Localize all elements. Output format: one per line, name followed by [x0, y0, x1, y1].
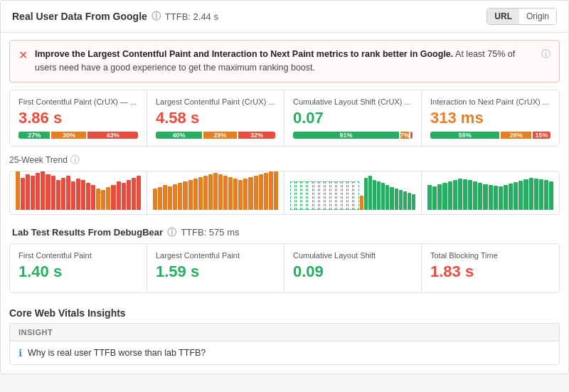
lab-metric-value: 1.40 s: [18, 263, 138, 281]
metric-label: Cumulative Layout Shift (CrUX) ...: [293, 97, 413, 106]
metric-value: 4.58 s: [156, 109, 275, 127]
trend-bar: [71, 181, 75, 210]
trend-bar: [218, 174, 223, 210]
trend-bar: [117, 181, 121, 210]
trend-bar: [259, 174, 263, 210]
alert-error-icon: ✕: [18, 48, 28, 62]
cwv-section: Core Web Vitals Insights INSIGHT ℹ Why i…: [9, 300, 560, 365]
trend-bar: [494, 186, 498, 210]
lab-info-icon[interactable]: ⓘ: [167, 226, 176, 239]
lab-metric-value: 0.09: [293, 263, 413, 281]
lab-metrics-grid: First Contentful Paint 1.40 s Largest Co…: [9, 243, 560, 293]
trend-bar: [51, 176, 55, 210]
progress-bar: 27% 30% 43%: [18, 132, 138, 139]
alert-help-icon[interactable]: ⓘ: [541, 48, 551, 60]
trend-bar: [254, 176, 258, 210]
lab-metric-card-2: Cumulative Layout Shift 0.09: [284, 244, 422, 292]
trend-bar: [399, 190, 403, 210]
bar-segment-green: 59%: [430, 132, 499, 139]
trend-bar: [290, 181, 295, 210]
lab-metric-label: Largest Contentful Paint: [156, 251, 275, 260]
trend-bar: [163, 185, 167, 210]
trend-chart-0: [10, 171, 147, 214]
cwv-header-row: INSIGHT: [10, 324, 559, 341]
trend-bar: [519, 181, 523, 210]
trend-bar: [373, 180, 376, 210]
bar-segment-green: 40%: [156, 132, 202, 139]
trend-bar: [408, 193, 411, 210]
metric-label: Interaction to Next Paint (CrUX) ...: [430, 97, 551, 106]
trend-section: 25-Week Trend ⓘ: [9, 154, 560, 215]
lab-metric-label: First Contentful Paint: [18, 251, 138, 260]
main-container: Real User Data From Google ⓘ TTFB: 2.44 …: [0, 0, 569, 374]
alert-text: Improve the Largest Contentful Paint and…: [35, 48, 534, 75]
trend-bar: [432, 186, 437, 210]
progress-bar: 59% 26% 15%: [430, 132, 551, 139]
trend-bar: [377, 181, 381, 210]
trend-bar: [385, 185, 389, 210]
trend-bar: [453, 180, 457, 210]
trend-bar: [314, 181, 319, 210]
trend-info-icon[interactable]: ⓘ: [70, 154, 80, 166]
lab-metric-label: Total Blocking Time: [430, 251, 551, 260]
cwv-title: Core Web Vitals Insights: [9, 307, 126, 319]
trend-bar: [122, 183, 126, 210]
trend-bar: [463, 179, 467, 210]
trend-bar: [381, 183, 385, 210]
trend-bar: [319, 181, 324, 210]
trend-bar: [523, 179, 528, 210]
trend-bar: [353, 181, 358, 210]
trend-bar: [127, 180, 131, 210]
cwv-col-insight: INSIGHT: [18, 328, 53, 337]
trend-bar: [66, 176, 70, 210]
trend-bar: [132, 178, 136, 210]
trend-bar: [158, 187, 162, 210]
trend-bar: [178, 183, 182, 210]
trend-bar: [499, 186, 503, 210]
trend-bar: [307, 181, 312, 210]
bar-segment-orange: 29%: [203, 132, 237, 139]
cwv-insight-row-0[interactable]: ℹ Why is real user TTFB worse than lab T…: [10, 341, 559, 364]
trend-bar: [403, 191, 407, 210]
trend-bar: [243, 179, 248, 210]
bar-segment-orange: 7%: [400, 132, 408, 139]
trend-bar: [504, 185, 508, 210]
trend-bar: [248, 177, 252, 210]
trend-bar: [302, 181, 307, 210]
trend-bar: [173, 184, 177, 210]
lab-title: Lab Test Results From DebugBear: [12, 227, 163, 238]
bar-segment-red: 32%: [238, 132, 275, 139]
progress-bar: 40% 29% 32%: [156, 132, 275, 139]
trend-bar: [86, 183, 90, 210]
cwv-insight-info-icon: ℹ: [18, 347, 22, 359]
trend-bar: [153, 189, 157, 210]
trend-bar: [26, 174, 30, 210]
crux-metrics-grid: First Contentful Paint (CrUX) — ... 3.86…: [9, 90, 560, 147]
trend-bar: [390, 187, 393, 210]
lab-ttfb: TTFB: 575 ms: [181, 227, 239, 238]
lab-metric-value: 1.59 s: [156, 263, 275, 281]
trend-bar: [269, 171, 273, 210]
trend-bar: [193, 179, 198, 210]
metric-value: 313 ms: [430, 109, 551, 127]
cwv-table: INSIGHT ℹ Why is real user TTFB worse th…: [9, 323, 560, 365]
bar-segment-green: 27%: [18, 132, 50, 139]
lab-metric-card-0: First Contentful Paint 1.40 s: [10, 244, 147, 292]
trend-bar: [437, 184, 442, 210]
trend-bar: [478, 183, 482, 210]
tab-url[interactable]: URL: [487, 9, 519, 24]
trend-bar: [101, 190, 105, 210]
trend-label: 25-Week Trend ⓘ: [9, 154, 560, 166]
trend-bar: [188, 180, 193, 210]
trend-bar: [223, 176, 228, 210]
bar-segment-orange: 26%: [501, 132, 531, 139]
trend-bar: [106, 187, 110, 210]
trend-bar: [137, 176, 141, 210]
bar-segment-green: 91%: [293, 132, 399, 139]
trend-bar: [168, 186, 172, 210]
trend-bar: [238, 180, 243, 210]
progress-bar: 91% 7%: [293, 132, 413, 139]
cwv-insight-text: Why is real user TTFB worse than lab TTF…: [28, 348, 206, 358]
header-info-icon[interactable]: ⓘ: [151, 10, 161, 23]
tab-origin[interactable]: Origin: [519, 9, 556, 24]
